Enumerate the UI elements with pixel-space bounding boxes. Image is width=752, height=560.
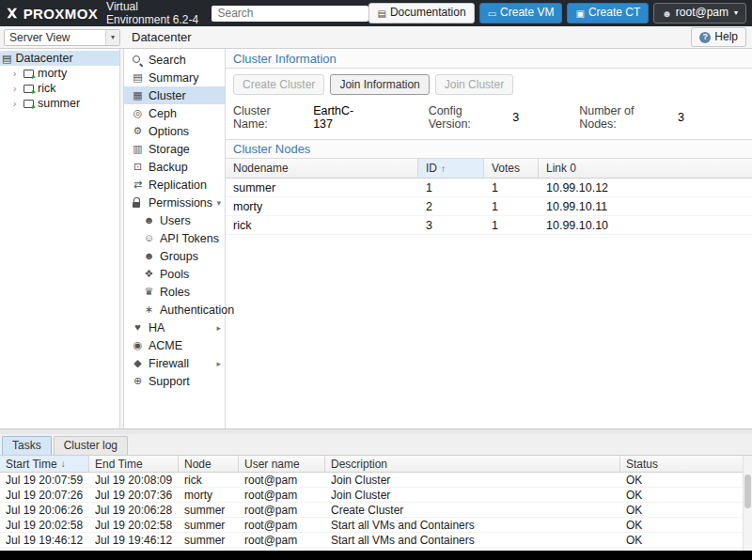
section-title: Cluster Nodes — [233, 142, 310, 156]
column-header-link0[interactable]: Link 0 — [539, 159, 752, 178]
menu-item-label: Groups — [160, 250, 198, 263]
tree-item-summer[interactable]: › summer — [0, 96, 119, 111]
tasks-scrollbar[interactable] — [743, 456, 752, 551]
help-icon: ? — [699, 32, 711, 43]
node-row-rick[interactable]: rick 3 1 10.99.10.10 — [226, 216, 752, 235]
menu-item-label: Cluster — [149, 89, 186, 102]
node-online-icon — [24, 70, 34, 78]
chevron-right-icon[interactable]: › — [13, 99, 20, 109]
node-online-icon — [24, 100, 34, 108]
menu-item-firewall[interactable]: ◆ Firewall ▸ — [124, 354, 225, 372]
task-row[interactable]: Jul 19 20:06:26 Jul 19 20:06:28 summer r… — [0, 503, 752, 518]
join-information-button[interactable]: Join Information — [330, 74, 429, 95]
menu-item-pools[interactable]: ❖ Pools — [124, 265, 225, 283]
sort-asc-icon: ↑ — [441, 163, 446, 174]
menu-item-label: Storage — [149, 143, 190, 156]
task-status: OK — [620, 504, 752, 517]
tree-item-datacenter[interactable]: ▤ Datacenter — [0, 51, 119, 66]
documentation-label: Documentation — [390, 7, 466, 19]
unlock-icon — [132, 197, 144, 209]
user-outline-icon: ☺ — [143, 233, 155, 243]
menu-item-backup[interactable]: ⊡ Backup — [124, 158, 225, 176]
documentation-button[interactable]: ▤ Documentation — [368, 3, 474, 23]
column-header-status[interactable]: Status — [620, 456, 752, 472]
menu-item-label: Replication — [149, 179, 207, 192]
column-header-description[interactable]: Description — [325, 456, 620, 472]
column-header-nodename[interactable]: Nodename — [226, 159, 418, 178]
toolbar: Server View ▾ Datacenter ? Help — [0, 26, 752, 49]
menu-item-roles[interactable]: ♛ Roles — [124, 283, 225, 301]
task-row[interactable]: Jul 19 19:46:12 Jul 19 19:46:12 summer r… — [0, 533, 752, 548]
tree-item-rick[interactable]: › rick — [0, 81, 119, 96]
menu-item-ha[interactable]: ♥ HA ▸ — [124, 319, 225, 336]
create-ct-button[interactable]: ▣ Create CT — [567, 3, 649, 23]
scrollbar-thumb[interactable] — [744, 474, 751, 508]
proxmox-logo-icon — [6, 6, 19, 21]
global-search-input[interactable] — [212, 6, 368, 22]
menu-item-label: Roles — [160, 286, 190, 299]
tree-item-label: summer — [38, 97, 80, 110]
user-menu-button[interactable]: ☻ root@pam ▾ — [653, 3, 746, 23]
create-vm-button[interactable]: ▭ Create VM — [479, 3, 563, 23]
number-of-nodes-label: Number of Nodes: — [579, 104, 666, 131]
datacenter-menu: Search ▤ Summary ▦ Cluster ◎ Ceph ⚙ Opti… — [124, 49, 226, 428]
menu-item-authentication[interactable]: ∗ Authentication — [124, 301, 225, 319]
node-row-summer[interactable]: summer 1 1 10.99.10.12 — [226, 179, 752, 197]
cluster-information-header: Cluster Information — [226, 49, 752, 69]
menu-item-groups[interactable]: ☻ Groups — [124, 247, 225, 265]
column-header-votes[interactable]: Votes — [484, 159, 539, 178]
view-selector-value: Server View — [5, 31, 105, 44]
menu-item-users[interactable]: ☻ Users — [124, 211, 225, 229]
menu-item-api-tokens[interactable]: ☺ API Tokens — [124, 229, 225, 247]
header-buttons: ▤ Documentation ▭ Create VM ▣ Create CT … — [368, 3, 746, 23]
menu-item-options[interactable]: ⚙ Options — [124, 122, 225, 140]
chevron-right-icon[interactable]: ▸ — [216, 359, 221, 368]
config-version-value: 3 — [512, 111, 519, 124]
view-selector[interactable]: Server View ▾ — [4, 29, 120, 46]
tab-tasks[interactable]: Tasks — [2, 436, 52, 455]
menu-item-replication[interactable]: ⇄ Replication — [124, 176, 225, 194]
task-row[interactable]: Jul 19 20:07:59 Jul 19 20:08:09 rick roo… — [0, 473, 752, 488]
menu-item-summary[interactable]: ▤ Summary — [124, 69, 225, 86]
content-filler — [226, 235, 752, 428]
user-menu-label: root@pam — [676, 7, 728, 19]
cluster-nodes-header: Cluster Nodes — [226, 139, 752, 159]
create-ct-label: Create CT — [588, 7, 640, 19]
chevron-down-icon[interactable]: ▾ — [216, 198, 221, 208]
task-row[interactable]: Jul 19 20:07:26 Jul 19 20:07:36 morty ro… — [0, 488, 752, 503]
help-button[interactable]: ? Help — [691, 27, 746, 47]
proxmox-app: PROXMOX Virtual Environment 6.2-4 ▤ Docu… — [0, 0, 752, 560]
menu-item-label: Ceph — [149, 107, 177, 120]
book-icon: ▤ — [132, 72, 144, 83]
menu-item-cluster[interactable]: ▦ Cluster — [124, 86, 225, 104]
task-row[interactable]: Jul 19 20:02:58 Jul 19 20:02:58 summer r… — [0, 518, 752, 533]
chevron-right-icon[interactable]: ▸ — [216, 323, 221, 333]
chevron-right-icon[interactable]: › — [13, 69, 20, 79]
key-icon: ∗ — [143, 304, 155, 315]
menu-item-search[interactable]: Search — [124, 51, 225, 69]
tree-item-morty[interactable]: › morty — [0, 66, 119, 81]
column-header-id[interactable]: ID ↑ — [418, 159, 484, 178]
column-header-node[interactable]: Node — [179, 456, 239, 472]
menu-item-permissions[interactable]: Permissions ▾ — [124, 194, 225, 211]
column-header-start-time[interactable]: Start Time ↓ — [0, 456, 89, 472]
tab-cluster-log[interactable]: Cluster log — [54, 436, 128, 455]
gear-icon: ⚙ — [132, 126, 144, 136]
chevron-down-icon[interactable]: ▾ — [105, 30, 119, 45]
create-cluster-button[interactable]: Create Cluster — [233, 74, 324, 95]
task-status: OK — [620, 489, 752, 502]
menu-item-acme[interactable]: ◉ ACME — [124, 336, 225, 354]
menu-item-support[interactable]: ⊕ Support — [124, 372, 225, 390]
node-row-morty[interactable]: morty 2 1 10.99.10.11 — [226, 197, 752, 216]
menu-item-label: HA — [149, 321, 164, 334]
join-cluster-button[interactable]: Join Cluster — [435, 74, 513, 95]
column-header-user-name[interactable]: User name — [239, 456, 325, 472]
column-header-end-time[interactable]: End Time — [89, 456, 179, 472]
menu-item-storage[interactable]: ▥ Storage — [124, 140, 225, 158]
chevron-right-icon[interactable]: › — [13, 84, 20, 94]
menu-item-ceph[interactable]: ◎ Ceph — [124, 104, 225, 122]
menu-item-label: Users — [160, 214, 191, 227]
help-label: Help — [714, 31, 738, 43]
tags-icon: ❖ — [143, 269, 155, 279]
menu-item-label: Firewall — [149, 357, 189, 370]
